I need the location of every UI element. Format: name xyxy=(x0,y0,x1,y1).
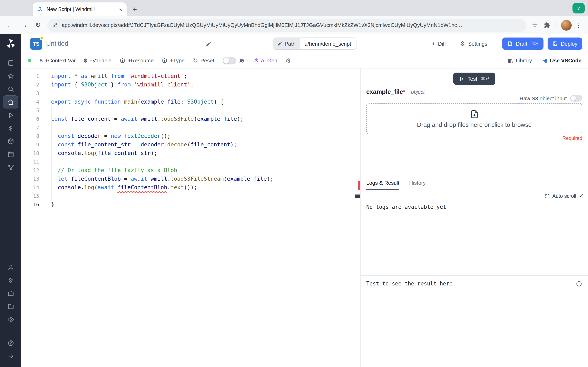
tab-history[interactable]: History xyxy=(409,177,426,190)
play-icon xyxy=(459,76,464,81)
line-number: 4 xyxy=(21,98,46,106)
code-line-13[interactable]: 13 let fileContentBlob = await wmill.loa… xyxy=(21,175,360,183)
sidebar-item-settings[interactable]: ⚙ xyxy=(3,274,18,286)
file-upload-icon xyxy=(469,109,479,119)
flows-icon xyxy=(7,164,14,171)
sidebar-item-audit[interactable] xyxy=(3,313,18,325)
code-line-11[interactable]: 11 xyxy=(21,157,360,166)
code-line-12[interactable]: 12 // Or load the file lazily as a Blob xyxy=(21,166,360,175)
code-line-6[interactable]: 6const file_content = await wmill.loadS3… xyxy=(21,115,360,123)
workspace: 1import * as wmill from 'windmill-client… xyxy=(21,68,588,367)
code-editor[interactable]: 1import * as wmill from 'windmill-client… xyxy=(21,68,360,367)
new-tab-button[interactable]: + xyxy=(129,4,140,15)
magic-wand-icon xyxy=(252,58,258,63)
address-bar[interactable]: app.windmill.dev/scripts/add#JTdCJTIyaGF… xyxy=(47,18,526,32)
test-button[interactable]: Test ⌘↵ xyxy=(453,73,495,85)
diff-button[interactable]: ± Diff xyxy=(427,38,451,50)
code-line-10[interactable]: 10 console.log(file_content_str); xyxy=(21,149,360,157)
sidebar: $ ⚙ xyxy=(0,34,21,367)
line-number: 15 xyxy=(21,192,46,200)
script-title-input[interactable]: Untitled xyxy=(46,40,201,47)
code-line-4[interactable]: 4export async function main(example_file… xyxy=(21,98,360,106)
path-selector[interactable]: Path u/henri/demo_script xyxy=(273,38,356,50)
settings-button[interactable]: ⚙ Settings xyxy=(455,38,492,50)
code-line-9[interactable]: 9 const file_content_str = decoder.decod… xyxy=(21,140,360,149)
sidebar-item-resources[interactable] xyxy=(3,135,18,147)
code-line-16[interactable]: 16} xyxy=(21,200,360,209)
dropzone-text: Drag and drop files here or click to bro… xyxy=(417,121,532,128)
code-line-14[interactable]: 14 console.log(await fileContentBlob.tex… xyxy=(21,183,360,192)
path-value[interactable]: u/henri/demo_script xyxy=(300,38,356,49)
reload-icon[interactable]: ↻ xyxy=(32,19,44,31)
profile-avatar[interactable] xyxy=(561,20,572,30)
typescript-badge: TS xyxy=(30,38,42,50)
sidebar-item-folders[interactable] xyxy=(3,300,18,312)
ai-gen-button[interactable]: AI Gen xyxy=(252,58,277,64)
url-text[interactable]: app.windmill.dev/scripts/add#JTdCJTIyaGF… xyxy=(62,22,521,28)
use-vscode-button[interactable]: Use VSCode xyxy=(542,58,581,64)
library-button[interactable]: Library xyxy=(508,58,532,64)
line-number: 14 xyxy=(21,183,46,192)
bookmark-star-icon[interactable]: ☆ xyxy=(530,21,540,29)
search-icon xyxy=(7,85,14,92)
code-line-2[interactable]: 2import { S3Object } from 'windmill-clie… xyxy=(21,80,360,89)
sidebar-item-workers[interactable] xyxy=(3,287,18,299)
reset-button[interactable]: ↻ Reset xyxy=(193,58,214,64)
code-line-15[interactable]: 15 xyxy=(21,192,360,200)
add-variable-button[interactable]: $ +Variable xyxy=(84,58,112,64)
file-dropzone[interactable]: Drag and drop files here or click to bro… xyxy=(366,103,582,134)
tab-logs-result[interactable]: Logs & Result xyxy=(366,177,399,190)
editor-settings-button[interactable]: ⚙ xyxy=(285,57,291,64)
extensions-icon[interactable] xyxy=(542,20,553,30)
sidebar-item-user[interactable] xyxy=(3,261,18,273)
add-context-var-button[interactable]: $ +Context Var xyxy=(40,58,76,64)
add-type-button[interactable]: +Type xyxy=(162,58,185,64)
raw-s3-toggle[interactable] xyxy=(570,95,582,101)
extension-button[interactable]: ∨ xyxy=(572,3,585,13)
sidebar-item-runs[interactable] xyxy=(3,109,18,121)
close-tab-icon[interactable]: × xyxy=(119,6,122,12)
sidebar-item-search[interactable] xyxy=(3,83,18,95)
code-line-3[interactable]: 3 xyxy=(21,89,360,98)
windmill-logo-icon[interactable] xyxy=(5,38,16,49)
sidebar-item-help[interactable] xyxy=(3,337,18,349)
expand-icon xyxy=(545,193,550,199)
back-icon[interactable]: ← xyxy=(4,19,16,31)
line-number: 13 xyxy=(21,175,46,183)
draft-button[interactable]: Draft ⌘S xyxy=(502,38,543,50)
check-icon xyxy=(579,193,584,200)
add-resource-button[interactable]: +Resource xyxy=(120,58,154,64)
edit-title-icon[interactable] xyxy=(205,41,212,47)
argument-type: object xyxy=(411,89,425,95)
sidebar-item-schedules[interactable] xyxy=(3,148,18,160)
sidebar-item-home[interactable] xyxy=(3,96,18,108)
edit-path-icon xyxy=(277,41,282,46)
sidebar-item-favorites[interactable] xyxy=(3,70,18,82)
code-line-5[interactable]: 5 xyxy=(21,106,360,115)
browser-tab[interactable]: New Script | Windmill × xyxy=(33,2,127,16)
app-header: TS Untitled Path u/henri/demo_script xyxy=(21,34,588,53)
apps-icon xyxy=(7,59,14,66)
browser-tab-strip: New Script | Windmill × + ∨ xyxy=(0,0,588,16)
panel-args-section: Test ⌘↵ example_file * object Raw S3 obj… xyxy=(361,68,588,177)
auto-scroll-control[interactable]: Auto scroll xyxy=(545,193,584,200)
code-line-1[interactable]: 1import * as wmill from 'windmill-client… xyxy=(21,72,360,80)
line-number: 1 xyxy=(21,72,46,80)
line-number: 11 xyxy=(21,157,46,166)
browser-menu-icon[interactable]: ⋮ xyxy=(573,21,584,29)
sidebar-item-collapse[interactable] xyxy=(3,350,18,362)
info-icon[interactable] xyxy=(576,281,582,287)
cube-icon xyxy=(120,58,125,63)
library-icon xyxy=(508,58,513,63)
multiplayer-toggle[interactable] xyxy=(222,57,236,64)
line-number: 2 xyxy=(21,80,46,89)
sidebar-item-apps[interactable] xyxy=(3,57,18,69)
code-line-8[interactable]: 8 const decoder = new TextDecoder(); xyxy=(21,132,360,140)
sidebar-item-variables[interactable]: $ xyxy=(3,122,18,134)
sidebar-item-flows[interactable] xyxy=(3,161,18,173)
code-line-7[interactable]: 7 xyxy=(21,123,360,132)
app: $ ⚙ TS Untitled xyxy=(0,34,588,367)
multiplayer-control xyxy=(222,57,244,64)
forward-icon[interactable]: → xyxy=(18,19,30,31)
deploy-button[interactable]: Deploy xyxy=(547,38,582,50)
